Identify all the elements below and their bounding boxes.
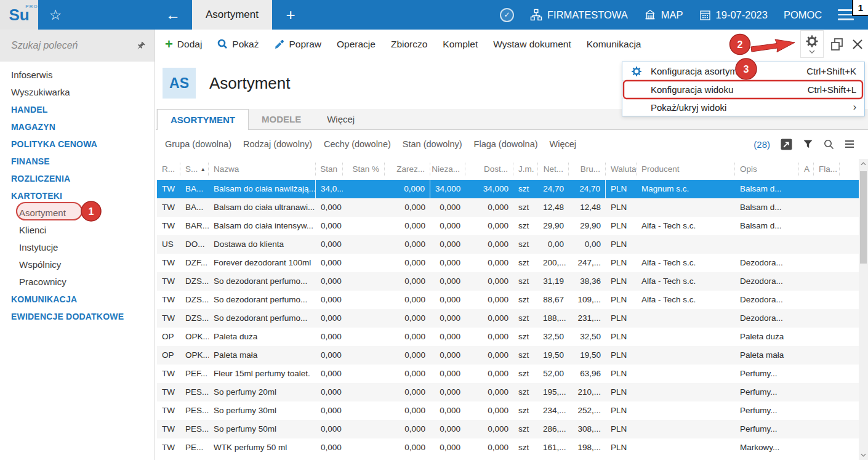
- sidebar-item-kartoteki[interactable]: KARTOTEKI: [0, 187, 155, 204]
- menu-item-konfiguracja-widoku[interactable]: Konfiguracja widoku Ctrl+Shift+L: [622, 80, 864, 98]
- sidebar-item-handel[interactable]: HANDEL: [0, 101, 155, 118]
- issue-document-button[interactable]: Wystaw dokument: [493, 39, 571, 50]
- favorites-star-icon[interactable]: ☆: [41, 0, 70, 30]
- table-row[interactable]: TWBA...Balsam do ciała nawilżają...34,0.…: [157, 180, 859, 198]
- tab-wiecej[interactable]: Więcej: [314, 109, 368, 129]
- column-header[interactable]: Stan: [316, 163, 343, 176]
- column-header[interactable]: S...▲: [180, 163, 209, 176]
- company-selector[interactable]: FIRMATESTOWA: [530, 9, 628, 21]
- column-header[interactable]: Waluta: [606, 163, 637, 176]
- table-row[interactable]: TWBA...Balsam do ciała ultranawi...0,000…: [157, 198, 859, 217]
- open-external-icon[interactable]: [781, 139, 792, 150]
- table-row[interactable]: TWPEF...Fleur 15ml perfumy toalet.0,0000…: [157, 365, 859, 383]
- filter-flaga[interactable]: Flaga (dowolna): [474, 139, 538, 149]
- table-row[interactable]: USDO...Dostawa do klienta0,0000,0000,000…: [157, 235, 859, 254]
- table-row[interactable]: TWDZS...So dezodorant perfumo...0,0000,0…: [157, 309, 859, 328]
- table-row[interactable]: TWPES...So perfumy 30ml0,0000,0000,0000,…: [157, 401, 859, 420]
- sidebar-item-finanse[interactable]: FINANSE: [0, 153, 155, 170]
- table-row[interactable]: OPOPK...Paleta duża0,0000,0000,0000,000s…: [157, 328, 859, 346]
- help-button[interactable]: POMOC: [784, 9, 822, 21]
- column-header[interactable]: Producent: [637, 163, 735, 176]
- table-cell: 0,000: [316, 235, 343, 254]
- command-search[interactable]: Szukaj poleceń: [0, 30, 155, 62]
- filter-cechy[interactable]: Cechy (dowolne): [324, 139, 391, 149]
- column-header[interactable]: Nieza...: [430, 163, 465, 176]
- date-button[interactable]: 19-07-2023: [699, 9, 768, 21]
- filter-stan[interactable]: Stan (dowolny): [403, 139, 462, 149]
- sidebar-item-rozliczenia[interactable]: ROZLICZENIA: [0, 170, 155, 187]
- sidebar-item-infoserwis[interactable]: Infoserwis: [0, 67, 155, 84]
- tab-modele[interactable]: MODELE: [249, 109, 314, 129]
- column-header[interactable]: Opis: [735, 163, 799, 176]
- bulk-button[interactable]: Zbiorczo: [391, 39, 427, 50]
- edit-button[interactable]: Popraw: [274, 39, 321, 50]
- filter-grupa[interactable]: Grupa (dowolna): [165, 139, 231, 149]
- table-row[interactable]: TWDZF...Forever dezodorant 100ml0,0000,0…: [157, 254, 859, 272]
- restore-window-icon[interactable]: [830, 37, 845, 52]
- sidebar-item-ewidencje-dodatkowe[interactable]: EWIDENCJE DODATKOWE: [0, 308, 155, 325]
- show-button[interactable]: Pokaż: [217, 39, 259, 50]
- tab-asortyment[interactable]: ASORTYMENT: [157, 109, 249, 130]
- filter-funnel-icon[interactable]: [803, 139, 813, 149]
- table-cell: PLN: [606, 328, 637, 346]
- list-menu-icon[interactable]: [845, 140, 854, 148]
- table-cell: 32,50: [569, 328, 606, 346]
- sidebar-item-magazyn[interactable]: MAGAZYN: [0, 118, 155, 135]
- search-list-icon[interactable]: [824, 139, 834, 150]
- column-header[interactable]: A: [799, 163, 814, 176]
- map-button[interactable]: MAP: [644, 9, 683, 21]
- sidebar-item-polityka-cenowa[interactable]: POLITYKA CENOWA: [0, 135, 155, 153]
- column-header[interactable]: R...: [157, 163, 180, 176]
- table-row[interactable]: TWBAR...Balsam do ciała intensyw...0,000…: [157, 217, 859, 235]
- search-placeholder: Szukaj poleceń: [11, 40, 135, 51]
- column-header[interactable]: Nazwa: [209, 163, 316, 176]
- column-header[interactable]: J.m.: [513, 163, 538, 176]
- column-header[interactable]: Bru...: [569, 163, 606, 176]
- add-button[interactable]: +Dodaj: [165, 38, 202, 51]
- table-row[interactable]: TWPE...WTK perfumy 50 ml0,0000,0000,0000…: [157, 438, 859, 457]
- settings-gear-button[interactable]: [800, 30, 824, 58]
- table-cell: Paleta mała: [209, 346, 316, 365]
- column-header[interactable]: Stan %: [343, 163, 385, 176]
- scroll-up-icon[interactable]: [859, 159, 868, 169]
- table-cell: 286,...: [538, 420, 569, 438]
- table-row[interactable]: OPOPK...Paleta mała0,0000,0000,0000,000s…: [157, 346, 859, 365]
- column-header[interactable]: Net...: [538, 163, 569, 176]
- sidebar-item-instytucje[interactable]: Instytucje: [0, 239, 155, 256]
- column-header[interactable]: Fla...: [814, 163, 840, 176]
- pin-icon[interactable]: [135, 41, 146, 51]
- table-cell: TW: [157, 420, 180, 438]
- status-check-icon[interactable]: ✓: [500, 8, 514, 22]
- communication-button[interactable]: Komunikacja: [587, 39, 641, 50]
- new-tab-plus-icon[interactable]: +: [276, 0, 305, 30]
- table-cell: 210,...: [569, 383, 606, 401]
- column-header[interactable]: Zarez...: [385, 163, 430, 176]
- window-tab-asortyment[interactable]: Asortyment: [192, 0, 272, 30]
- table-cell: 0,000: [465, 272, 513, 291]
- table-row[interactable]: TWPES...So perfumy 50ml0,0000,0000,0000,…: [157, 420, 859, 438]
- table-row[interactable]: TWPES...So perfumy 20ml0,0000,0000,0000,…: [157, 383, 859, 401]
- table-cell: TW: [157, 272, 180, 291]
- table-row[interactable]: TWDZS...So dezodorant perfumo...0,0000,0…: [157, 291, 859, 309]
- filter-wiecej[interactable]: Więcej: [550, 139, 577, 149]
- table-cell: 0,000: [385, 309, 430, 328]
- operations-button[interactable]: Operacje: [337, 39, 376, 50]
- back-arrow-icon[interactable]: ←: [159, 0, 187, 30]
- table-cell: 0,000: [430, 309, 465, 328]
- sidebar-item-pracownicy[interactable]: Pracownicy: [0, 273, 155, 291]
- close-icon[interactable]: [851, 38, 864, 51]
- menu-item-pokaz-ukryj-widoki[interactable]: Pokaż/ukryj widoki ›: [622, 98, 864, 116]
- sidebar-item-komunikacja[interactable]: KOMUNIKACJA: [0, 291, 155, 308]
- filter-rodzaj[interactable]: Rodzaj (dowolny): [243, 139, 312, 149]
- scrollbar-thumb[interactable]: [860, 171, 867, 264]
- sidebar-item-wyszukiwarka[interactable]: Wyszukiwarka: [0, 84, 155, 101]
- bundle-button[interactable]: Komplet: [443, 39, 478, 50]
- sidebar-item-klienci[interactable]: Klienci: [0, 222, 155, 239]
- table-row[interactable]: TWDZS...So dezodorant perfumo...0,0000,0…: [157, 272, 859, 291]
- sidebar-item-asortyment[interactable]: Asortyment: [0, 204, 155, 222]
- column-header[interactable]: Dost...: [465, 163, 513, 176]
- sidebar-item-wspólnicy[interactable]: Wspólnicy: [0, 256, 155, 273]
- scroll-down-icon[interactable]: [859, 450, 868, 460]
- menu-item-konfiguracja-asortymentu[interactable]: Konfiguracja asortymentu Ctrl+Shift+K: [622, 62, 864, 80]
- vertical-scrollbar[interactable]: [859, 159, 868, 460]
